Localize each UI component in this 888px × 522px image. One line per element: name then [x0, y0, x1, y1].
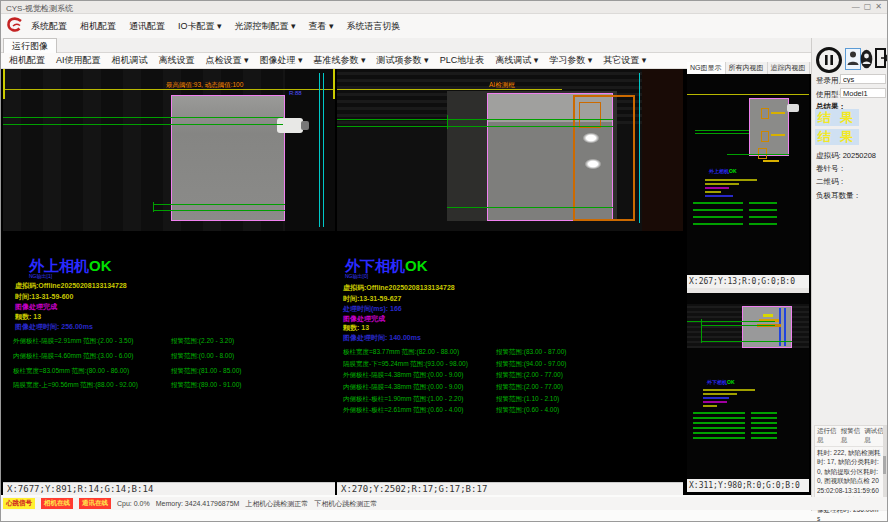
thumbnail-upper-camera[interactable]: 外上相机OK — [687, 74, 809, 275]
person-icon — [847, 50, 859, 66]
left-camera-image[interactable]: 最高阈值:93, 动态阈值:100 R:88 — [3, 69, 335, 231]
mini-text-line — [703, 405, 717, 407]
login-user-field[interactable] — [840, 74, 886, 84]
mini-measure-line — [693, 432, 745, 434]
right-proc1-line: 处理时间(ms): 166 — [343, 304, 402, 314]
menu-system-config[interactable]: 系统配置 — [31, 20, 67, 33]
mini-text-line — [705, 195, 733, 197]
defect-box — [761, 131, 769, 142]
pause-button[interactable] — [815, 46, 843, 74]
tool-ai-config[interactable]: AI使用配置 — [56, 54, 101, 67]
right-camera-image[interactable]: AI检测框 — [337, 69, 683, 231]
tool-camera-config[interactable]: 相机配置 — [9, 54, 45, 67]
right-camera-name: 外下相机 — [345, 257, 405, 274]
overlay-cyan-line — [639, 73, 640, 223]
overlay-green-line — [3, 124, 283, 125]
thumbtab-ng-view[interactable]: NG图显示 — [687, 62, 726, 74]
model-field[interactable] — [840, 88, 886, 98]
overlay-green-line — [3, 117, 283, 118]
thumbtab-track-views[interactable]: 追踪内视图 — [768, 62, 810, 74]
right-measure-3: 内侧极柱-隔膜=4.38mm 范围:(0.00 - 9.00) — [343, 383, 463, 392]
operator-login-button[interactable] — [845, 48, 861, 70]
overlay-green-line — [337, 126, 613, 127]
admin-user-button[interactable] — [860, 49, 873, 69]
right-coordinate-bar: X:270;Y:2502;R:17;G:17;B:17 — [337, 482, 683, 495]
mini-measure-line — [693, 417, 745, 419]
right-alarm-0: 报警范围:(83.00 - 87.00) — [496, 348, 566, 357]
right-proc2-line: 图像处理时间: 140.00ms — [343, 333, 421, 343]
logout-button[interactable] — [874, 48, 888, 70]
mini-measure-line — [751, 412, 777, 414]
right-result-ok: OK — [405, 257, 428, 274]
bright-blob — [583, 133, 599, 143]
minimize-button[interactable]: — — [852, 2, 864, 11]
tab-strip: 运行图像 — [1, 38, 811, 53]
pause-icon — [815, 46, 843, 74]
lower-camera-heartbeat-status: 下相机心跳检测正常 — [314, 499, 377, 509]
exit-door-icon — [874, 48, 888, 68]
tool-camera-debug[interactable]: 相机调试 — [112, 54, 148, 67]
edge-yellow-tick — [3, 69, 5, 99]
log-tabs: 运行信息 报警信息 调试信息 — [815, 426, 886, 447]
clip-shadow — [301, 121, 309, 130]
logtab-alarm-info[interactable]: 报警信息 — [841, 427, 861, 445]
tool-test-params[interactable]: 测试项参数 ▾ — [377, 54, 429, 67]
mini-measure-line — [749, 209, 777, 211]
thumbtab-all-views[interactable]: 所有内视图 — [726, 62, 768, 74]
tool-offline-debug[interactable]: 离线调试 ▾ — [495, 54, 538, 67]
negative-tab-count-label: 负极耳数量： — [816, 191, 861, 201]
mini-measure-line — [693, 412, 745, 414]
logtab-debug-info[interactable]: 调试信息 — [864, 427, 884, 445]
menu-io-config[interactable]: IO卡配置 ▾ — [178, 20, 222, 33]
vcode-label: 虚拟码: 20250208 — [816, 151, 876, 161]
tab-run-image[interactable]: 运行图像 — [3, 38, 57, 53]
overlay-green-line — [695, 130, 749, 131]
right-measure-4: 内侧极柱-极柱=1.90mm 范围:(1.00 - 2.20) — [343, 395, 463, 404]
overlay-green-tick — [447, 115, 448, 129]
mini-measure-line — [693, 202, 743, 204]
cpu-usage: Cpu: 0.0% — [117, 500, 150, 507]
overlay-green-line — [153, 204, 285, 205]
menu-items: 系统配置 相机配置 通讯配置 IO卡配置 ▾ 光源控制配置 ▾ 查看 ▾ 系统语… — [31, 14, 401, 38]
left-ng-tag: NG输出[1] — [29, 273, 52, 279]
left-done-line: 图像处理完成 — [15, 302, 57, 312]
mini-text-line — [705, 183, 739, 185]
overlay-green-tick — [153, 202, 154, 212]
mini-measure-line — [751, 417, 777, 419]
tool-plc-address[interactable]: PLC地址表 — [440, 54, 485, 67]
logtab-run-info[interactable]: 运行信息 — [817, 427, 837, 445]
mini-title-lower: 外下相机OK — [707, 379, 735, 385]
tool-other-settings[interactable]: 其它设置 ▾ — [603, 54, 646, 67]
tool-image-processing[interactable]: 图像处理 ▾ — [260, 54, 303, 67]
mini-text-line — [703, 401, 727, 403]
menu-language-switch[interactable]: 系统语言切换 — [347, 20, 401, 33]
tool-baseline-params[interactable]: 基准线参数 ▾ — [314, 54, 366, 67]
menu-light-config[interactable]: 光源控制配置 ▾ — [235, 20, 296, 33]
thumbnail-lower-camera[interactable]: 外下相机OK — [687, 293, 809, 479]
maximize-button[interactable]: ▢ — [864, 2, 876, 11]
menu-camera-config[interactable]: 相机配置 — [80, 20, 116, 33]
close-button[interactable]: ✕ — [875, 2, 886, 11]
menu-comm-config[interactable]: 通讯配置 — [129, 20, 165, 33]
mini-yellow-mark — [771, 112, 785, 114]
mini-measure-line — [749, 216, 777, 218]
mini-measure-line — [751, 437, 777, 439]
thumb1-coordinate-bar: X:267;Y:13;R:0;G:0;B:0 — [687, 275, 809, 288]
comm-online-badge: 通讯在线 — [79, 498, 111, 509]
log-scrollbar-thumb[interactable] — [883, 456, 886, 474]
menu-view[interactable]: 查看 ▾ — [309, 20, 334, 33]
tool-offline-setting[interactable]: 离线设置 — [159, 54, 195, 67]
bright-blob — [585, 159, 601, 169]
mini-text-line — [705, 191, 721, 193]
mini-measure-line — [749, 202, 777, 204]
log-area[interactable]: 运行信息 报警信息 调试信息 耗时: 222, 缺陷检测耗时: 17, 缺陷分类… — [814, 425, 887, 507]
log-scrollbar[interactable] — [883, 426, 886, 506]
right-measure-5: 外侧极柱-极柱=2.61mm 范围:(0.60 - 4.00) — [343, 406, 463, 415]
mini-yellow-mark — [763, 314, 773, 317]
tool-spotcheck-setting[interactable]: 点检设置 ▾ — [206, 54, 249, 67]
tool-learning-params[interactable]: 学习参数 ▾ — [549, 54, 592, 67]
left-count-line: 颗数: 13 — [15, 312, 41, 322]
right-measure-1: 隔膜宽度-下=95.24mm 范围:(93.00 - 98.00) — [343, 360, 468, 369]
mini-measure-line — [751, 422, 777, 424]
image-darkred-band — [642, 69, 683, 231]
